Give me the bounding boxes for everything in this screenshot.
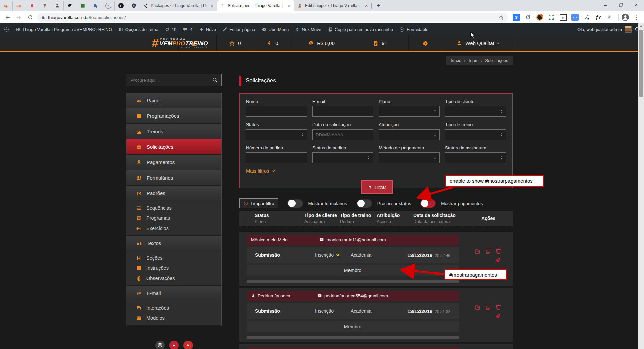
r-square[interactable]: r (558, 13, 568, 22)
filter-input-data-da-solicitacao[interactable] (312, 129, 373, 140)
edit-action[interactable] (474, 248, 481, 255)
filter-input-e-mail[interactable] (312, 106, 373, 117)
header-stat-doc[interactable]: 91 (352, 35, 408, 51)
filter-select-metodo-de-pagamento[interactable] (379, 152, 440, 163)
admin-bar-item-4[interactable]: 4 (183, 27, 192, 32)
sidebar-item-interacoes[interactable]: Interações (126, 303, 221, 313)
row-email[interactable]: pedrinafonseca554@gmail.com (247, 293, 459, 298)
fn-question[interactable]: ƒ? (594, 13, 603, 22)
search-icon[interactable] (212, 77, 218, 83)
sidebar-item-secoes[interactable]: Seções (126, 253, 221, 263)
rocket-action[interactable] (494, 313, 502, 321)
tab-close[interactable]: ✕ (364, 4, 369, 8)
duplicate-action[interactable] (485, 304, 491, 311)
admin-bar-item-novo[interactable]: Novo (199, 27, 216, 32)
social-facebook-icon[interactable] (169, 341, 179, 349)
admin-bar-item-thiago-varella-programa-[interactable]: Thiago Varella | Programa #VEMPROTREINO (15, 27, 112, 32)
sidebar-item-padroes[interactable]: Padrões (126, 186, 221, 201)
duplicate-action[interactable] (485, 248, 491, 255)
green-book[interactable] (76, 1, 89, 10)
social-instagram-icon[interactable] (155, 341, 165, 349)
orange-dial[interactable] (535, 13, 544, 22)
browser-tab-3[interactable]: Edit snippet ‹ Thiago Varella | Pro✕ (294, 0, 372, 11)
sidebar-item-e-mail[interactable]: @E-mail (126, 286, 221, 301)
pushpin[interactable] (38, 1, 51, 10)
admin-bar-item-10[interactable]: 10 (165, 27, 176, 32)
row-payments-strip[interactable] (247, 336, 459, 339)
admin-bar-item-editar-p-gina[interactable]: Editar página (222, 27, 255, 32)
filter-input-numero-do-pedido[interactable] (246, 155, 307, 160)
toggle-mostrar-formularios[interactable] (287, 199, 303, 208)
scrollbar-thumb[interactable] (639, 30, 643, 97)
header-stat-bolt[interactable]: 0 (254, 35, 291, 51)
sidebar-item-programas[interactable]: Programas (126, 213, 221, 223)
filter-input-e-mail[interactable] (313, 109, 373, 114)
back-button[interactable] (3, 13, 12, 22)
tab-close[interactable]: ✕ (209, 4, 215, 8)
filter-select-plano[interactable] (379, 106, 440, 117)
header-stat-gear[interactable] (408, 35, 442, 51)
more-filters-link[interactable]: Mais filtros (246, 168, 506, 174)
cpanel[interactable]: cp (13, 1, 25, 10)
cpanel[interactable]: cp (0, 1, 13, 10)
browser-menu-button[interactable]: ⋮ (632, 13, 641, 22)
close-button[interactable]: × (629, 0, 644, 10)
filter-input-nome[interactable] (246, 109, 307, 114)
header-stat-thumb[interactable]: 0 (178, 35, 216, 51)
page-scrollbar[interactable] (638, 23, 644, 349)
filter-select-atribuicao[interactable] (379, 129, 440, 140)
shield[interactable] (127, 1, 140, 10)
admin-bar-item-wp-logo[interactable]: W (4, 27, 9, 32)
filter-button[interactable]: Filtrar (361, 180, 393, 194)
delete-action[interactable] (495, 304, 502, 311)
eyedropper[interactable] (582, 13, 591, 22)
filter-input-nome[interactable] (246, 106, 307, 117)
filter-select-tipo-de-cliente[interactable] (445, 106, 506, 117)
account-menu[interactable]: Web Qualitat▾ (442, 35, 513, 51)
forward-button[interactable] (14, 13, 23, 22)
admin-bar-item-copie-para-um-novo-rascu[interactable]: Copie para um novo rascunho (328, 27, 393, 32)
toggle-processar-status[interactable] (357, 199, 372, 208)
admin-bar-item-op-es-do-tema[interactable]: Opções do Tema (118, 27, 158, 32)
restore-button[interactable] (613, 0, 629, 10)
flame[interactable] (25, 1, 38, 10)
new-tab-button[interactable]: + (374, 1, 383, 10)
browser-tab-1[interactable]: Packages ‹ Thiago Varella | Progra✕ (140, 0, 217, 11)
filter-select-tipo-de-treino[interactable] (445, 129, 506, 140)
sidebar-item-observacoes[interactable]: Observações (126, 273, 221, 283)
sidebar-item-treinos[interactable]: Treinos (126, 124, 221, 139)
admin-avatar[interactable] (625, 26, 632, 33)
admin-greeting[interactable]: Olá, webqualitat-admin (577, 27, 622, 32)
admin-bar-item-xl-nextmove[interactable]: XL NextMove (295, 27, 321, 32)
sidebar-item-painel[interactable]: Painel (126, 93, 221, 108)
tab-close[interactable]: ✕ (286, 4, 292, 8)
minimize-button[interactable]: – (598, 0, 613, 10)
person-bust[interactable] (51, 1, 64, 10)
rocket-action[interactable] (494, 257, 502, 265)
profile-avatar[interactable] (621, 13, 630, 22)
admin-bar-item-ubermenu[interactable]: UberMenu (262, 27, 289, 32)
sidebar-item-sequencias[interactable]: Sequências (126, 203, 221, 213)
header-stat-star[interactable]: 0 (216, 35, 254, 51)
bird[interactable] (64, 1, 76, 10)
code-window[interactable]: </> (570, 13, 580, 22)
filter-select-status[interactable] (246, 129, 307, 140)
address-bar[interactable]: thiagovarella.com.br/team/solicitacoes/ (37, 13, 508, 22)
sidebar-item-solicitacoes[interactable]: Solicitações (126, 139, 221, 155)
social-youtube-icon[interactable] (183, 341, 193, 349)
filter-select-status-da-assinatura[interactable] (445, 152, 506, 163)
toggle-mostrar-pagamentos[interactable] (420, 199, 436, 208)
row-email[interactable]: monica.melo11@hotmail.com (247, 237, 459, 242)
gray-cursor[interactable] (605, 13, 615, 22)
filter-input-data-da-solicitacao[interactable] (313, 132, 373, 137)
s-blue[interactable]: S (512, 13, 521, 22)
recycle[interactable] (523, 13, 533, 22)
green-brackets[interactable] (547, 13, 556, 22)
blue-badge[interactable]: 9j (89, 1, 102, 10)
sidebar-item-pagamentos[interactable]: $Pagamentos (126, 155, 221, 170)
seven-circle[interactable]: 7 (102, 1, 115, 10)
row-payments-strip[interactable] (247, 280, 459, 283)
reload-button[interactable] (25, 13, 35, 22)
sidebar-item-programacoes[interactable]: Programações (126, 108, 221, 124)
sidebar-item-formularios[interactable]: Formulários (126, 170, 221, 186)
